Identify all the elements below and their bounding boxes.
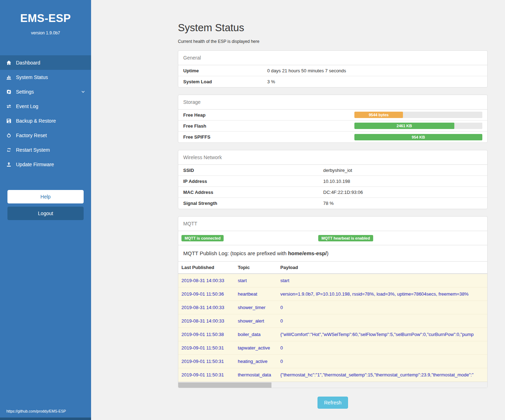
col-header-payload: Payload [277,262,487,274]
upload-icon [6,161,12,167]
sidebar-item-factory-reset[interactable]: Factory Reset [0,128,91,142]
table-row: 2019-09-01 11:50:31 tapwater_active 0 [178,341,487,355]
table-row: 2019-09-01 11:50:31 heating_active 0 [178,355,487,368]
topic-cell: tapwater_active [235,341,277,355]
exchange-arrows-icon [6,103,12,109]
published-cell: 2019-08-31 14:00:33 [178,301,235,314]
sidebar-item-event-log[interactable]: Event Log [0,99,91,113]
page-subtitle: Current health of the ESP is displayed h… [178,39,488,44]
app-version: version 1.9.0b7 [0,30,91,35]
sidebar-nav: Dashboard System Status Settings Event L… [0,55,91,172]
mac-address-label: MAC Address [183,190,323,195]
free-spiffs-label: Free SPIFFS [183,134,211,140]
sidebar-item-update-firmware[interactable]: Update Firmware [0,157,91,172]
topic-cell: start [235,274,277,287]
sidebar-item-settings[interactable]: Settings [0,84,91,99]
payload-cell: 0 [277,355,487,368]
uptime-row: Uptime 0 days 21 hours 50 minutes 7 seco… [178,65,487,76]
free-flash-row: Free Flash 2461 KB [178,121,487,131]
system-load-row: System Load 3 % [178,76,487,87]
page-title: System Status [178,22,488,34]
logout-button[interactable]: Logout [7,207,84,220]
chevron-down-icon [81,89,85,94]
refresh-button[interactable]: Refresh [318,397,348,409]
topic-cell: heartbeat [235,287,277,301]
free-flash-progressbar: 2461 KB [354,123,482,129]
table-row: 2019-09-01 11:50:36 heartbeat version=1.… [178,287,487,301]
mqtt-topic-prefix: home/ems-esp/ [288,250,327,256]
bar-chart-icon [6,74,12,80]
ssid-value: derbyshire_iot [323,168,352,173]
free-heap-label: Free Heap [183,112,206,118]
table-row: 2019-08-31 14:00:33 start start [178,274,487,287]
mqtt-publish-table: Last Published Topic Payload 2019-08-31 … [178,262,487,382]
published-cell: 2019-09-01 11:50:31 [178,355,235,368]
uptime-label: Uptime [183,68,267,73]
help-button[interactable]: Help [7,190,84,203]
free-heap-progressbar: 9544 bytes [354,112,482,118]
topic-cell: thermostat_data [235,368,277,382]
mqtt-heartbeat-badge: MQTT hearbeat is enabled [318,235,373,241]
free-flash-value: 2461 KB [397,124,412,128]
horizontal-scrollbar[interactable] [178,382,487,388]
sidebar-item-dashboard[interactable]: Dashboard [0,55,91,70]
mac-address-value: DC:4F:22:1D:93:06 [323,190,363,195]
signal-strength-row: Signal Strength 78 % [178,198,487,209]
mqtt-status-row: MQTT is connected MQTT hearbeat is enabl… [178,231,487,245]
topic-cell: shower_timer [235,301,277,314]
table-row: 2019-08-31 14:00:33 shower_alert 0 [178,314,487,328]
sidebar-item-restart-system[interactable]: Restart System [0,142,91,157]
published-cell: 2019-09-01 11:50:36 [178,287,235,301]
brand: EMS-ESP version 1.9.0b7 [0,0,91,35]
uptime-value: 0 days 21 hours 50 minutes 7 seconds [267,68,346,73]
payload-cell: version=1.9.0b7, IP=10.10.10.198, rssid=… [277,287,487,301]
sidebar-item-label: Backup & Restore [16,118,56,124]
mqtt-connected-badge: MQTT is connected [181,235,224,241]
free-spiffs-value: 954 KB [412,135,425,139]
reset-icon [6,132,12,138]
app-title: EMS-ESP [0,12,91,25]
mqtt-publish-log-title: MQTT Publish Log: (topics are prefixed w… [178,245,487,262]
ssid-label: SSID [183,168,323,173]
payload-cell: 0 [277,314,487,328]
ip-address-row: IP Address 10.10.10.198 [178,176,487,187]
sidebar-item-label: Dashboard [16,60,40,66]
mac-address-row: MAC Address DC:4F:22:1D:93:06 [178,187,487,198]
gear-icon [6,89,12,95]
sidebar-item-label: Restart System [16,147,50,153]
free-spiffs-row: Free SPIFFS 954 KB [178,131,487,142]
sidebar-item-label: Settings [16,89,34,95]
free-flash-label: Free Flash [183,123,206,129]
free-heap-row: Free Heap 9544 bytes [178,110,487,121]
sidebar-item-label: Event Log [16,103,38,109]
payload-cell: 0 [277,341,487,355]
mqtt-card-header: MQTT [178,217,487,231]
topic-cell: shower_alert [235,314,277,328]
storage-card-header: Storage [178,95,487,110]
sidebar: EMS-ESP version 1.9.0b7 Dashboard System… [0,0,91,420]
ip-address-label: IP Address [183,179,323,184]
sidebar-item-backup-restore[interactable]: Backup & Restore [0,113,91,128]
topic-cell: heating_active [235,355,277,368]
scrollbar-thumb[interactable] [178,382,271,388]
published-cell: 2019-08-31 14:00:33 [178,274,235,287]
ssid-row: SSID derbyshire_iot [178,165,487,176]
payload-cell: {"wWComfort":"Hot","wWSelTemp":60,"selFl… [277,328,487,341]
signal-strength-label: Signal Strength [183,201,323,206]
sidebar-item-system-status[interactable]: System Status [0,70,91,84]
col-header-last-published: Last Published [178,262,235,274]
payload-cell: {"thermostat_hc":"1","thermostat_seltemp… [277,368,487,382]
published-cell: 2019-09-01 11:50:31 [178,368,235,382]
sidebar-item-label: Update Firmware [16,162,54,167]
sidebar-buttons: Help Logout [0,190,91,220]
wireless-card-header: Wireless Network [178,150,487,165]
free-spiffs-progressbar: 954 KB [354,134,482,140]
mqtt-card: MQTT MQTT is connected MQTT hearbeat is … [178,216,488,388]
github-link[interactable]: https://github.com/proddy/EMS-ESP [6,409,66,413]
restart-icon [6,147,12,153]
sidebar-footer: https://github.com/proddy/EMS-ESP [0,409,91,418]
topic-cell: boiler_data [235,328,277,341]
free-heap-value: 9544 bytes [369,113,388,117]
table-row: 2019-09-01 11:50:38 boiler_data {"wWComf… [178,328,487,341]
wireless-card: Wireless Network SSID derbyshire_iot IP … [178,150,488,209]
